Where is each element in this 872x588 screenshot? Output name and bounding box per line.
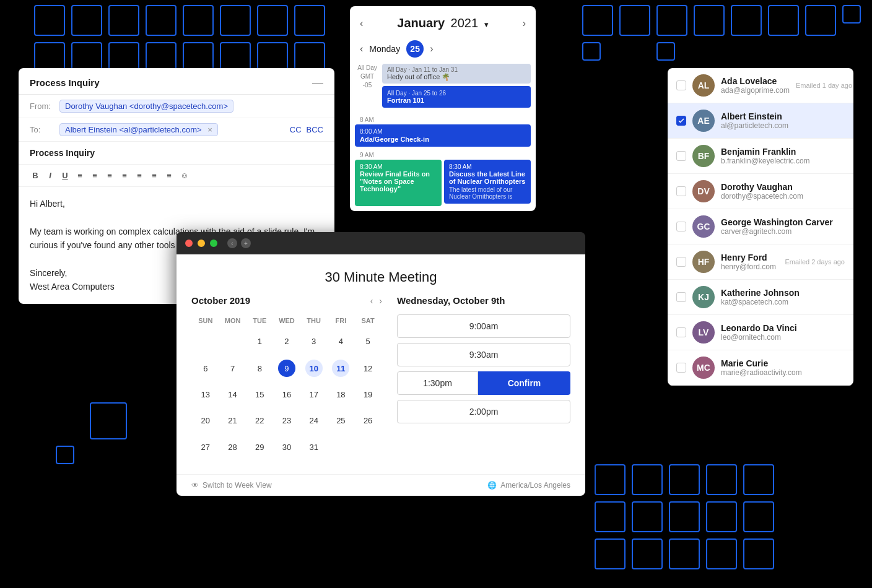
sched-day-28[interactable]: 28 [220,434,246,460]
align-right-button[interactable]: ≡ [119,170,130,181]
contact-info-5: Henry Fordhenry@ford.com [721,253,778,271]
contact-checkbox-6[interactable] [676,292,686,302]
cal-day-prev[interactable]: ‹ [360,43,363,54]
minimize-button[interactable]: — [312,77,323,88]
sched-day-1[interactable]: 1 [246,328,272,355]
sched-next-button[interactable]: › [379,296,382,306]
cal-event-checkin[interactable]: 8:00 AM Ada/George Check-in [355,124,531,147]
contact-checkbox-0[interactable] [676,80,686,90]
contact-checkbox-5[interactable] [676,257,686,267]
sched-day-12[interactable]: 12 [355,356,381,381]
align-left-button[interactable]: ≡ [89,170,100,181]
cal-next-button[interactable]: › [523,18,526,29]
bcc-button[interactable]: BCC [307,125,323,134]
sched-day-9[interactable]: 9 [274,356,300,381]
time-slot-900[interactable]: 9:00am [397,314,570,338]
outdent-button[interactable]: ≡ [149,170,160,181]
to-label: To: [30,125,54,134]
sched-day-6[interactable]: 6 [193,356,219,381]
contact-item-0[interactable]: ALAda Lovelaceada@algoprime.comEmailed 1… [668,68,853,103]
contact-email-6: kat@spacetech.com [721,298,845,306]
contact-item-5[interactable]: HFHenry Fordhenry@ford.comEmailed 2 days… [668,244,853,280]
sched-day-21[interactable]: 21 [220,408,246,433]
tz-offset: -05 [355,81,380,90]
bold-button[interactable]: B [30,170,41,181]
to-chip[interactable]: Albert Einstein <al@particletech.com> × [59,123,218,136]
switch-view-button[interactable]: 👁 Switch to Week View [191,481,272,490]
contact-checkbox-3[interactable] [676,186,686,196]
emoji-button[interactable]: ☺ [178,170,190,181]
contact-item-4[interactable]: GCGeorge Washington Carvercarver@agritec… [668,209,853,244]
sched-day-19[interactable]: 19 [355,382,381,407]
cal-event-hedy[interactable]: All Day · Jan 11 to Jan 31 Hedy out of o… [382,64,531,84]
sched-day-3[interactable]: 3 [301,328,327,355]
sched-day-15[interactable]: 15 [246,382,272,407]
contact-checkbox-8[interactable] [676,363,686,373]
scheduler-title: 30 Minute Meeting [177,254,585,295]
time-slot-930[interactable]: 9:30am [397,343,570,366]
sched-day-23[interactable]: 23 [274,408,300,433]
tab-next[interactable]: + [241,238,251,248]
contact-item-1[interactable]: AEAlbert Einsteinal@particletech.com [668,103,853,139]
from-chip[interactable]: Dorothy Vaughan <dorothy@spacetech.com> [59,100,233,113]
sched-day-30[interactable]: 30 [274,434,300,460]
minimize-dot[interactable] [198,240,205,247]
time-slot-200[interactable]: 2:00pm [397,400,570,423]
sched-cal-table: SUN MON TUE WED THU FRI SAT 123456789101… [191,313,382,462]
contact-checkbox-2[interactable] [676,151,686,161]
tab-prev[interactable]: ‹ [227,238,237,248]
cc-button[interactable]: CC [290,125,302,134]
contact-checkbox-1[interactable] [676,116,686,126]
cal-event-review[interactable]: 8:30 AM Review Final Edits on "Notes on … [355,160,442,206]
more-format-button[interactable]: ≡ [164,170,175,181]
to-chip-close[interactable]: × [207,125,212,134]
sched-prev-button[interactable]: ‹ [370,296,373,306]
sched-day-10[interactable]: 10 [301,356,327,381]
sched-day-16[interactable]: 16 [274,382,300,407]
cal-day-next[interactable]: › [430,43,433,54]
sched-day-29[interactable]: 29 [246,434,272,460]
sched-day-7[interactable]: 7 [220,356,246,381]
sched-day-17[interactable]: 17 [301,382,327,407]
contact-item-8[interactable]: MCMarie Curiemarie@radioactivity.com [668,350,853,386]
contact-checkbox-7[interactable] [676,327,686,337]
sched-day-27[interactable]: 27 [193,434,219,460]
sched-week-0: 12345 [193,328,381,355]
sched-day-25[interactable]: 25 [328,408,354,433]
sched-day-20[interactable]: 20 [193,408,219,433]
indent-button[interactable]: ≡ [134,170,145,181]
contact-checkbox-4[interactable] [676,222,686,231]
cal-prev-button[interactable]: ‹ [360,18,363,29]
cal-day-nav: ‹ Monday 25 › [350,37,536,64]
time-slot-130[interactable]: 1:30pm [397,371,478,395]
contact-item-3[interactable]: DVDorothy Vaughandorothy@spacetech.com [668,174,853,209]
sched-day-31[interactable]: 31 [301,434,327,460]
sched-day-5[interactable]: 5 [355,328,381,355]
email-title: Process Inquiry [30,77,100,88]
italic-button[interactable]: I [45,170,56,181]
contact-item-6[interactable]: KJKatherine Johnsonkat@spacetech.com [668,280,853,315]
confirm-button[interactable]: Confirm [478,371,570,395]
sched-day-8[interactable]: 8 [246,356,272,381]
contact-name-0: Ada Lovelace [721,76,790,86]
align-center-button[interactable]: ≡ [104,170,115,181]
expand-dot[interactable] [210,240,217,247]
close-dot[interactable] [185,240,193,247]
sched-day-2[interactable]: 2 [274,328,300,355]
contact-avatar-5: HF [692,251,715,273]
list-button[interactable]: ≡ [74,170,85,181]
sched-day-18[interactable]: 18 [328,382,354,407]
sched-day-26[interactable]: 26 [355,408,381,433]
cal-chevron[interactable]: ▾ [484,20,489,29]
contact-item-2[interactable]: BFBenjamin Franklinb.franklin@keyelectri… [668,139,853,174]
cal-event-discuss[interactable]: 8:30 AM Discuss the Latest Line of Nucle… [444,160,531,204]
sched-day-14[interactable]: 14 [220,382,246,407]
sched-day-24[interactable]: 24 [301,408,327,433]
contact-item-7[interactable]: LVLeonardo Da Vincileo@ornitech.com [668,315,853,350]
cal-event-fortran[interactable]: All Day · Jan 25 to 26 Fortran 101 [382,86,531,108]
sched-day-11[interactable]: 11 [328,356,354,381]
sched-day-13[interactable]: 13 [193,382,219,407]
sched-day-4[interactable]: 4 [328,328,354,355]
sched-day-22[interactable]: 22 [246,408,272,433]
underline-button[interactable]: U [59,170,71,181]
